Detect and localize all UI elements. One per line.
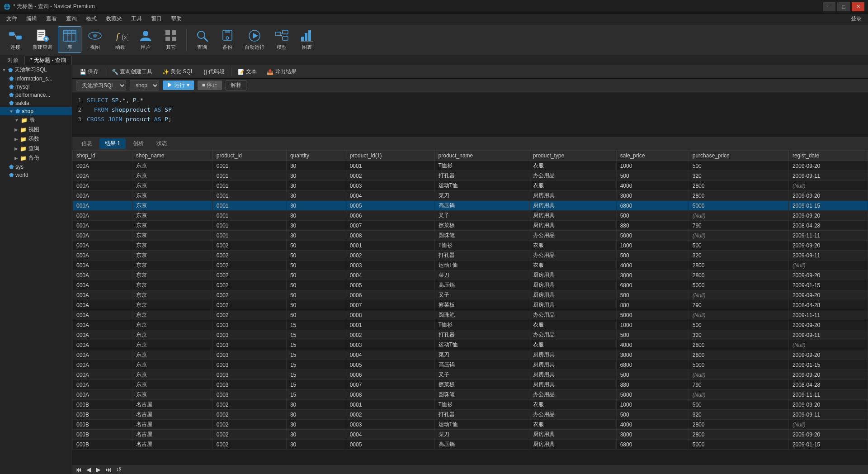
query-builder-button[interactable]: 🔧 查询创建工具	[108, 67, 156, 76]
sidebar-item-world[interactable]: ⬟ world	[0, 171, 72, 179]
table-row[interactable]: 000A东京0001300004菜刀厨房用具300028002009-09-20	[73, 191, 868, 201]
table-row[interactable]: 000A东京0002500006叉子厨房用具500(Null)2009-09-2…	[73, 290, 868, 300]
db-select-1[interactable]: 天池学习SQL	[76, 81, 126, 90]
sidebar-item-shop[interactable]: ▼ ⬟ shop	[0, 107, 72, 115]
table-cell: 4000	[616, 261, 689, 270]
tab-query[interactable]: * 无标题 - 查询	[24, 56, 72, 65]
table-row[interactable]: 000A东京0001300005高压锅厨房用具680050002009-01-1…	[73, 201, 868, 211]
result-tab-info[interactable]: 信息	[76, 138, 98, 149]
save-button[interactable]: 💾 保存	[76, 67, 102, 76]
table-row[interactable]: 000A东京0002500007擦菜板厨房用具8807902008-04-28	[73, 300, 868, 310]
table-row[interactable]: 000B名古屋0002300003运动T恤衣服40002800(Null)	[73, 420, 868, 430]
menu-file[interactable]: 文件	[2, 14, 22, 24]
table-row[interactable]: 000B名古屋0002300004菜刀厨房用具300028002009-09-2…	[73, 430, 868, 440]
sidebar-item-sakila[interactable]: ⬟ sakila	[0, 99, 72, 107]
nav-next-button[interactable]: ▶	[94, 466, 102, 473]
table-cell: 2008-04-28	[788, 300, 868, 310]
toolbar-new-query[interactable]: 新建查询	[29, 27, 56, 52]
table-row[interactable]: 000A东京0003150008圆珠笔办公用品5000(Null)2009-11…	[73, 390, 868, 400]
table-row[interactable]: 000B名古屋0002300001T恤衫衣服10005002009-09-20	[73, 400, 868, 410]
table-row[interactable]: 000A东京0002500008圆珠笔办公用品5000(Null)2009-11…	[73, 310, 868, 320]
sql-editor[interactable]: 1 2 3 SELECT SP.*, P.* FROM shopproduct …	[72, 92, 868, 137]
toolbar-user[interactable]: 用户	[134, 27, 157, 52]
table-row[interactable]: 000A东京0002500003运动T恤衣服40002800(Null)	[73, 261, 868, 270]
new-query-icon	[35, 28, 50, 43]
table-row[interactable]: 000B名古屋0002300005高压锅厨房用具680050002009-01-…	[73, 440, 868, 450]
nav-last-button[interactable]: ⏭	[104, 466, 113, 473]
table-row[interactable]: 000A东京0003150007擦菜板厨房用具8807902008-04-28	[73, 380, 868, 390]
toolbar-query[interactable]: 查询	[190, 27, 214, 52]
nav-first-button[interactable]: ⏮	[74, 466, 83, 473]
nav-refresh-button[interactable]: ↺	[115, 466, 123, 473]
code-snippet-button[interactable]: {} 代码段	[200, 67, 228, 76]
table-row[interactable]: 000A东京0001300002打孔器办公用品5003202009-09-11	[73, 171, 868, 181]
table-row[interactable]: 000A东京0003150001T恤衫衣服10005002009-09-20	[73, 320, 868, 330]
table-row[interactable]: 000A东京0002500002打孔器办公用品5003202009-09-11	[73, 251, 868, 261]
toolbar-backup[interactable]: 备份	[216, 27, 239, 52]
menu-favorites[interactable]: 收藏夹	[101, 14, 127, 24]
table-row[interactable]: 000A东京0001300006叉子厨房用具500(Null)2009-09-2…	[73, 211, 868, 221]
text-button[interactable]: 📝 文本	[234, 67, 260, 76]
table-cell: 30	[286, 420, 346, 430]
sidebar-item-mysql[interactable]: ⬟ mysql	[0, 83, 72, 91]
table-row[interactable]: 000A东京0003150003运动T恤衣服40002800(Null)	[73, 340, 868, 350]
sql-code[interactable]: SELECT SP.*, P.* FROM shopproduct AS SP …	[87, 96, 864, 133]
close-button[interactable]: ✕	[852, 2, 864, 11]
export-button[interactable]: 📤 导出结果	[263, 67, 300, 76]
table-cell: 000B	[73, 440, 132, 450]
db-select-2[interactable]: shop	[130, 81, 159, 90]
table-row[interactable]: 000B名古屋0002300002打孔器办公用品5003202009-09-11	[73, 410, 868, 420]
sidebar-item-backup-folder[interactable]: ▶ 📁 备份	[0, 153, 72, 163]
minimize-button[interactable]: ─	[823, 2, 835, 11]
table-row[interactable]: 000A东京0002500005高压锅厨房用具680050002009-01-1…	[73, 280, 868, 290]
toolbar-other[interactable]: 其它	[159, 27, 183, 52]
result-tab-analyze[interactable]: 创析	[127, 138, 149, 149]
table-cell: 30	[286, 171, 346, 181]
table-row[interactable]: 000A东京0003150006叉子厨房用具500(Null)2009-09-2…	[73, 370, 868, 380]
sidebar-item-information[interactable]: ⬟ information_s...	[0, 75, 72, 83]
menu-query[interactable]: 查询	[61, 14, 81, 24]
table-row[interactable]: 000A东京0002500001T恤衫衣服10005002009-09-20	[73, 241, 868, 251]
sidebar-item-func-folder[interactable]: ▶ 📁 函数	[0, 134, 72, 144]
sidebar-item-tianjing[interactable]: ▼ ⬟ 天池学习SQL	[0, 65, 72, 75]
toolbar-table[interactable]: 表	[58, 26, 81, 53]
stop-button[interactable]: ■ 停止	[198, 81, 222, 90]
sidebar-item-view-folder[interactable]: ▶ 📁 视图	[0, 125, 72, 134]
toolbar-model[interactable]: 模型	[270, 27, 293, 52]
maximize-button[interactable]: □	[837, 2, 850, 11]
table-row[interactable]: 000A东京0001300001T恤衫衣服10005002009-09-20	[73, 161, 868, 171]
menu-format[interactable]: 格式	[81, 14, 101, 24]
toolbar-auto-run[interactable]: 自动运行	[241, 27, 268, 52]
menu-login[interactable]: 登录	[846, 14, 866, 24]
menu-edit[interactable]: 编辑	[22, 14, 42, 24]
result-area[interactable]: shop_id shop_name product_id quantity pr…	[72, 150, 868, 464]
table-row[interactable]: 000A东京0001300007擦菜板厨房用具8807902008-04-28	[73, 221, 868, 231]
sidebar-item-table-folder[interactable]: ▼ 📁 表	[0, 115, 72, 125]
toolbar-view[interactable]: 视图	[83, 27, 107, 52]
nav-prev-button[interactable]: ◀	[85, 466, 93, 473]
table-cell: 办公用品	[529, 390, 616, 400]
sidebar-item-performance[interactable]: ⬟ performance...	[0, 91, 72, 99]
beautify-button[interactable]: ✨ 美化 SQL	[159, 67, 197, 76]
table-row[interactable]: 000A东京0003150002打孔器办公用品5003202009-09-11	[73, 330, 868, 340]
menu-help[interactable]: 帮助	[166, 14, 186, 24]
tab-object[interactable]: 对象	[2, 56, 24, 65]
table-row[interactable]: 000A东京0001300003运动T恤衣服40002800(Null)	[73, 181, 868, 191]
table-cell: 0005	[346, 360, 434, 370]
table-row[interactable]: 000A东京0003150005高压锅厨房用具680050002009-01-1…	[73, 360, 868, 370]
table-row[interactable]: 000A东京0003150004菜刀厨房用具300028002009-09-20	[73, 350, 868, 360]
sidebar-item-query-folder[interactable]: ▶ 📁 查询	[0, 144, 72, 153]
toolbar-function[interactable]: ƒ (x) 函数	[108, 27, 132, 52]
run-button[interactable]: ▶ 运行 ▾	[163, 81, 194, 90]
toolbar-chart[interactable]: 图表	[295, 27, 319, 52]
sidebar-item-sys[interactable]: ⬟ sys	[0, 163, 72, 171]
explain-button[interactable]: 解释	[226, 80, 246, 90]
result-tab-status[interactable]: 状态	[151, 138, 173, 149]
menu-view[interactable]: 查看	[42, 14, 61, 24]
menu-tools[interactable]: 工具	[127, 14, 146, 24]
table-row[interactable]: 000A东京0002500004菜刀厨房用具300028002009-09-20	[73, 270, 868, 280]
result-tab-1[interactable]: 结果 1	[99, 138, 126, 149]
menu-window[interactable]: 窗口	[146, 14, 166, 24]
table-row[interactable]: 000A东京0001300008圆珠笔办公用品5000(Null)2009-11…	[73, 231, 868, 241]
toolbar-connect[interactable]: 连接	[4, 27, 27, 52]
